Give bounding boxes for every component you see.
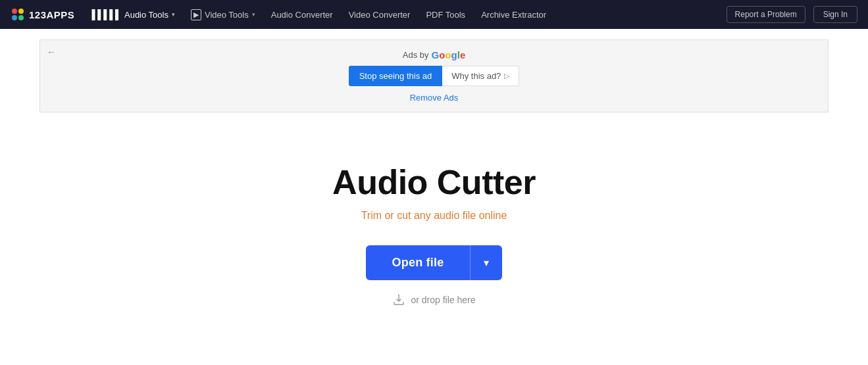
- video-tools-label: Video Tools: [205, 10, 249, 20]
- nav-audio-converter[interactable]: Audio Converter: [265, 6, 340, 24]
- video-converter-label: Video Converter: [349, 10, 411, 20]
- ads-by-label: Ads by: [403, 50, 429, 60]
- nav-audio-tools[interactable]: ▌▌▌▌▌ Audio Tools ▾: [85, 5, 182, 24]
- ad-back-arrow-icon[interactable]: ←: [47, 47, 56, 57]
- logo-text: 123APPS: [29, 9, 74, 20]
- main-content: Audio Cutter Trim or cut any audio file …: [0, 123, 868, 333]
- open-file-chevron-icon: ▾: [484, 257, 489, 268]
- ad-banner: ← Ads by Google Stop seeing this ad Why …: [39, 39, 829, 112]
- page-title: Audio Cutter: [332, 162, 536, 202]
- logo[interactable]: 123APPS: [11, 7, 74, 22]
- drop-file-icon: [392, 293, 405, 306]
- pdf-tools-label: PDF Tools: [426, 10, 465, 20]
- open-file-dropdown-button[interactable]: ▾: [470, 245, 502, 280]
- svg-point-1: [18, 9, 24, 14]
- nav-archive-extractor[interactable]: Archive Extractor: [474, 6, 553, 24]
- navbar: 123APPS ▌▌▌▌▌ Audio Tools ▾ ▶ Video Tool…: [0, 0, 868, 29]
- report-problem-button[interactable]: Report a Problem: [727, 6, 805, 23]
- ads-by-google: Ads by Google: [403, 49, 465, 61]
- audio-tools-label: Audio Tools: [124, 10, 168, 20]
- logo-svg: [11, 7, 25, 22]
- google-logo: Google: [432, 49, 466, 61]
- nav-video-converter[interactable]: Video Converter: [342, 6, 417, 24]
- audio-wave-icon: ▌▌▌▌▌: [91, 9, 121, 20]
- nav-video-tools[interactable]: ▶ Video Tools ▾: [184, 5, 262, 24]
- audio-tools-chevron-icon: ▾: [172, 11, 175, 18]
- open-file-button[interactable]: Open file: [366, 245, 471, 280]
- ad-action-buttons: Stop seeing this ad Why this ad? ▷: [349, 66, 520, 86]
- svg-point-2: [12, 15, 17, 20]
- remove-ads-link[interactable]: Remove Ads: [410, 93, 459, 103]
- video-play-icon: ▶: [191, 9, 201, 20]
- svg-point-3: [18, 15, 24, 20]
- stop-seeing-ad-button[interactable]: Stop seeing this ad: [349, 66, 443, 86]
- audio-converter-label: Audio Converter: [271, 10, 333, 20]
- open-file-button-group: Open file ▾: [366, 245, 503, 280]
- drop-label: or drop file here: [411, 295, 475, 305]
- sign-in-button[interactable]: Sign In: [813, 6, 857, 23]
- page-subtitle: Trim or cut any audio file online: [361, 210, 507, 222]
- svg-point-0: [12, 9, 17, 14]
- archive-extractor-label: Archive Extractor: [481, 10, 546, 20]
- video-tools-chevron-icon: ▾: [252, 11, 255, 18]
- logo-icon: [11, 7, 25, 22]
- why-ad-icon: ▷: [504, 72, 509, 80]
- nav-pdf-tools[interactable]: PDF Tools: [419, 6, 472, 24]
- why-this-ad-button[interactable]: Why this ad? ▷: [442, 66, 519, 86]
- why-this-ad-label: Why this ad?: [451, 71, 501, 81]
- drop-zone[interactable]: or drop file here: [392, 293, 475, 306]
